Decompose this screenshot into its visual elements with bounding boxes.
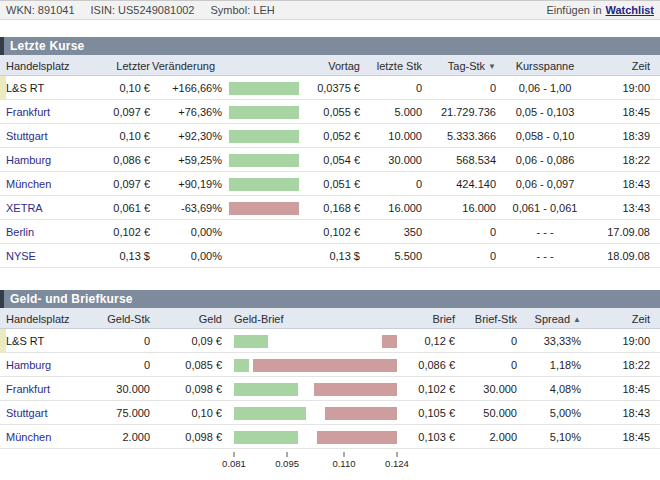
column-header-brief-stk[interactable]: Brief-Stk bbox=[455, 313, 517, 325]
wkn-group: WKN: 891041 bbox=[6, 4, 75, 16]
zeit-value: 18:45 bbox=[594, 106, 650, 118]
column-header-geld-stk[interactable]: Geld-Stk bbox=[90, 313, 150, 325]
spread-bar-track bbox=[234, 335, 397, 348]
letzte-stk-value: 0 bbox=[360, 82, 422, 94]
table-row: Stuttgart 75.000 0,10 € 0,105 € 50.000 5… bbox=[0, 401, 660, 425]
vortag-value: 0,13 $ bbox=[302, 250, 360, 262]
geld-brief-title: Geld- und Briefkurse bbox=[10, 292, 133, 306]
isin-label: ISIN: bbox=[91, 4, 115, 16]
geld-brief-body: L&S RT 0 0,09 € 0,12 € 0 33,33% 19:00 Ha… bbox=[0, 329, 660, 449]
geld-bar bbox=[234, 335, 268, 348]
zeit-value: 18:43 bbox=[581, 407, 650, 419]
column-header-brief[interactable]: Brief bbox=[397, 313, 455, 325]
handelsplatz-link[interactable]: Frankfurt bbox=[6, 106, 90, 118]
geld-bar bbox=[234, 431, 298, 444]
geld-stk-value: 0 bbox=[90, 335, 150, 347]
trend-bar bbox=[229, 82, 299, 95]
handelsplatz-link[interactable]: NYSE bbox=[6, 250, 90, 262]
geld-value: 0,098 € bbox=[150, 431, 222, 443]
column-header-handelsplatz[interactable]: Handelsplatz bbox=[6, 60, 90, 72]
column-header-spread[interactable]: Spread▲ bbox=[517, 313, 581, 325]
price-axis: 0.0810.0950.1100.124 bbox=[234, 449, 397, 475]
brief-value: 0,12 € bbox=[397, 335, 455, 347]
sort-desc-icon: ▼ bbox=[488, 62, 496, 71]
column-header-zeit[interactable]: Zeit bbox=[581, 313, 650, 325]
geld-value: 0,10 € bbox=[150, 407, 222, 419]
column-header-letzte-stk[interactable]: letzte Stk bbox=[360, 60, 422, 72]
axis-tick-label: 0.095 bbox=[275, 458, 299, 469]
vortag-value: 0,052 € bbox=[302, 130, 360, 142]
tag-stk-value: 0 bbox=[422, 82, 496, 94]
column-header-letzter[interactable]: Letzter bbox=[90, 60, 150, 72]
zeit-value: 19:00 bbox=[594, 82, 650, 94]
handelsplatz-link[interactable]: München bbox=[6, 178, 90, 190]
table-row: Hamburg 0 0,085 € 0,086 € 0 1,18% 18:22 bbox=[0, 353, 660, 377]
veraenderung-value: +76,36% bbox=[150, 106, 222, 118]
column-header-kursspanne[interactable]: Kursspanne bbox=[496, 60, 594, 72]
trend-bar bbox=[229, 202, 299, 215]
spread-value: 1,18% bbox=[517, 359, 581, 371]
tag-stk-value: 568.534 bbox=[422, 154, 496, 166]
handelsplatz-link[interactable]: Frankfurt bbox=[6, 383, 90, 395]
letzter-value: 0,10 € bbox=[90, 130, 150, 142]
tag-stk-value: 21.729.736 bbox=[422, 106, 496, 118]
zeit-value: 18:39 bbox=[594, 130, 650, 142]
kursspanne-value: 0,06 - 0,097 bbox=[496, 178, 594, 190]
spread-label: Spread bbox=[535, 313, 570, 325]
axis-tick bbox=[234, 452, 235, 457]
vortag-value: 0,102 € bbox=[302, 226, 360, 238]
geld-value: 0,085 € bbox=[150, 359, 222, 371]
column-header-vortag[interactable]: Vortag bbox=[302, 60, 360, 72]
spread-bar-track bbox=[234, 383, 397, 396]
geld-stk-value: 2.000 bbox=[90, 431, 150, 443]
geld-bar bbox=[234, 383, 298, 396]
titlebar-accent bbox=[0, 37, 4, 55]
handelsplatz-link[interactable]: Hamburg bbox=[6, 154, 90, 166]
column-header-handelsplatz[interactable]: Handelsplatz bbox=[6, 313, 90, 325]
axis-tick bbox=[287, 452, 288, 457]
trend-bar bbox=[229, 106, 299, 119]
veraenderung-value: +90,19% bbox=[150, 178, 222, 190]
veraenderung-value: +92,30% bbox=[150, 130, 222, 142]
isin-group: ISIN: US5249081002 bbox=[91, 4, 195, 16]
tag-stk-value: 424.140 bbox=[422, 178, 496, 190]
letzter-value: 0,10 € bbox=[90, 82, 150, 94]
veraenderung-value: -63,69% bbox=[150, 202, 222, 214]
handelsplatz-link[interactable]: München bbox=[6, 431, 90, 443]
trend-bar bbox=[229, 130, 299, 143]
handelsplatz-link[interactable]: XETRA bbox=[6, 202, 90, 214]
wkn-value: 891041 bbox=[38, 4, 75, 16]
brief-value: 0,102 € bbox=[397, 383, 455, 395]
column-header-veraenderung[interactable]: Veränderung bbox=[150, 60, 302, 72]
zeit-value: 18:45 bbox=[581, 431, 650, 443]
watchlist-prefix: Einfügen in bbox=[546, 4, 601, 16]
veraenderung-value: 0,00% bbox=[150, 226, 222, 238]
geld-bar bbox=[234, 359, 249, 372]
column-header-tag-stk[interactable]: Tag-Stk▼ bbox=[422, 60, 496, 72]
handelsplatz-link[interactable]: Stuttgart bbox=[6, 130, 90, 142]
watchlist-link[interactable]: Watchlist bbox=[606, 4, 655, 16]
axis-tick bbox=[343, 452, 344, 457]
letzte-kurse-header-row: Handelsplatz Letzter Veränderung Vortag … bbox=[0, 55, 660, 76]
zeit-value: 18:22 bbox=[594, 154, 650, 166]
handelsplatz-link[interactable]: Berlin bbox=[6, 226, 90, 238]
brief-bar bbox=[325, 407, 397, 420]
column-header-zeit[interactable]: Zeit bbox=[594, 60, 650, 72]
symbol-label: Symbol: bbox=[211, 4, 251, 16]
trend-bar bbox=[229, 178, 299, 191]
handelsplatz-link[interactable]: Stuttgart bbox=[6, 407, 90, 419]
kursspanne-value: - - - bbox=[496, 250, 594, 262]
spread-value: 4,08% bbox=[517, 383, 581, 395]
geld-stk-value: 30.000 bbox=[90, 383, 150, 395]
column-header-geld[interactable]: Geld bbox=[150, 313, 222, 325]
sort-asc-icon: ▲ bbox=[573, 315, 581, 324]
geld-stk-value: 75.000 bbox=[90, 407, 150, 419]
handelsplatz-link[interactable]: Hamburg bbox=[6, 359, 90, 371]
isin-value: US5249081002 bbox=[118, 4, 194, 16]
tag-stk-value: 5.333.366 bbox=[422, 130, 496, 142]
trend-bar-cell bbox=[222, 178, 302, 191]
trend-bar-cell bbox=[222, 106, 302, 119]
symbol-group: Symbol: LEH bbox=[211, 4, 275, 16]
zeit-value: 18:43 bbox=[594, 178, 650, 190]
column-header-geld-brief[interactable]: Geld-Brief bbox=[222, 313, 397, 325]
